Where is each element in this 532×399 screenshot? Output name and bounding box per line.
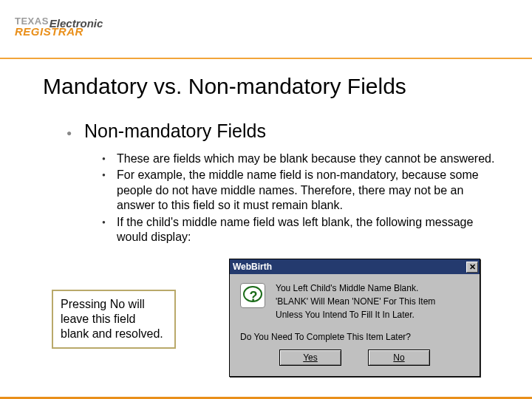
- dialog-message: You Left Child's Middle Name Blank. 'BLA…: [276, 283, 469, 323]
- bullet-item: For example, the middle name field is no…: [99, 168, 498, 213]
- bullet-item: These are fields which may be blank beca…: [99, 151, 498, 166]
- section-heading-text: Non-mandatory Fields: [84, 120, 266, 142]
- dialog-message-line: 'BLANK' Will Mean 'NONE' For This Item: [276, 296, 469, 307]
- dialog-title-text: WebBirth: [233, 262, 272, 272]
- no-button[interactable]: No: [368, 349, 430, 366]
- dialog-titlebar: WebBirth ✕: [230, 259, 480, 274]
- logo: TEXASElectronic REGISTRAR: [15, 16, 103, 37]
- yes-button[interactable]: Yes: [279, 349, 341, 366]
- header-stripe: [0, 58, 532, 59]
- close-icon[interactable]: ✕: [466, 262, 478, 273]
- dialog-message-line: You Left Child's Middle Name Blank.: [276, 283, 469, 294]
- logo-electronic: Electronic: [50, 18, 103, 29]
- section-heading: Non-mandatory Fields: [65, 120, 266, 142]
- question-icon: ?: [240, 283, 265, 308]
- page-title: Mandatory vs. Non-mandatory Fields: [43, 74, 406, 99]
- dialog-prompt: Do You Need To Complete This Item Later?: [230, 327, 480, 349]
- dialog-body: ? You Left Child's Middle Name Blank. 'B…: [230, 274, 480, 327]
- dialog-button-row: Yes No: [230, 349, 480, 376]
- callout-box: Pressing No will leave this field blank …: [52, 290, 176, 349]
- no-button-label: No: [393, 352, 404, 363]
- dialog-message-line: Unless You Intend To Fill It In Later.: [276, 310, 469, 321]
- yes-button-label: Yes: [303, 352, 318, 363]
- bullet-list: These are fields which may be blank beca…: [99, 151, 498, 247]
- dialog-screenshot: WebBirth ✕ ? You Left Child's Middle Nam…: [229, 259, 480, 377]
- slide: TEXASElectronic REGISTRAR Mandatory vs. …: [0, 0, 532, 399]
- dialog: WebBirth ✕ ? You Left Child's Middle Nam…: [229, 259, 480, 377]
- bullet-item: If the child's middle name field was lef…: [99, 215, 498, 245]
